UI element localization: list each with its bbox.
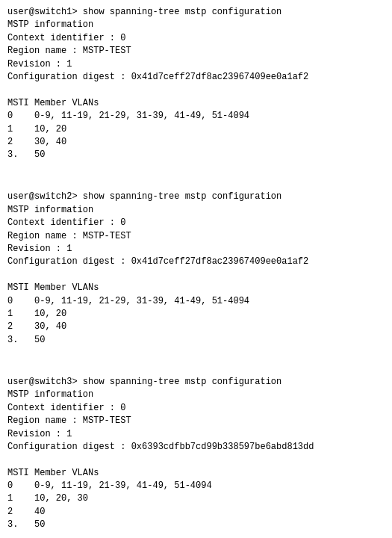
msti-row: 3. 50: [7, 334, 385, 347]
switch-block-switch2: user@switch2> show spanning-tree mstp co…: [7, 191, 385, 372]
terminal-line: Region name : MSTP-TEST: [7, 45, 385, 58]
msti-header: MSTI Member VLANs: [7, 97, 385, 110]
msti-header: MSTI Member VLANs: [7, 282, 385, 294]
blank-line: [7, 175, 385, 188]
blank-line: [7, 454, 385, 466]
terminal-line: MSTP information: [7, 19, 385, 31]
terminal-line: Context identifier : 0: [7, 402, 385, 415]
terminal-line: MSTP information: [7, 389, 385, 401]
terminal-line: Configuration digest : 0x41d7ceff27df8ac…: [7, 71, 385, 84]
msti-row: 1 10, 20: [7, 123, 385, 136]
terminal-line: Context identifier : 0: [7, 217, 385, 229]
msti-row: 2 40: [7, 506, 385, 519]
msti-row: 0 0-9, 11-19, 21-29, 31-39, 41-49, 51-40…: [7, 110, 385, 123]
msti-row: 0 0-9, 11-19, 21-29, 31-39, 41-49, 51-40…: [7, 295, 385, 308]
msti-header: MSTI Member VLANs: [7, 467, 385, 480]
terminal-line: Configuration digest : 0x41d7ceff27df8ac…: [7, 256, 385, 268]
terminal-line: Revision : 1: [7, 243, 385, 256]
terminal-line: Configuration digest : 0x6393cdfbb7cd99b…: [7, 441, 385, 454]
blank-line: [7, 84, 385, 96]
msti-row: 1 10, 20: [7, 308, 385, 321]
terminal-line: Region name : MSTP-TEST: [7, 415, 385, 427]
terminal-line: Context identifier : 0: [7, 32, 385, 45]
switch-block-switch1: user@switch1> show spanning-tree mstp co…: [7, 6, 385, 188]
blank-line: [7, 162, 385, 175]
switch-block-switch3: user@switch3> show spanning-tree mstp co…: [7, 376, 385, 538]
blank-line: [7, 532, 385, 538]
terminal-line: user@switch3> show spanning-tree mstp co…: [7, 376, 385, 389]
msti-row: 3. 50: [7, 519, 385, 531]
blank-line: [7, 347, 385, 359]
terminal-line: user@switch2> show spanning-tree mstp co…: [7, 191, 385, 203]
msti-row: 3. 50: [7, 149, 385, 161]
msti-row: 1 10, 20, 30: [7, 492, 385, 505]
terminal-output: user@switch1> show spanning-tree mstp co…: [7, 6, 385, 538]
msti-row: 2 30, 40: [7, 136, 385, 149]
msti-row: 0 0-9, 11-19, 21-39, 41-49, 51-4094: [7, 480, 385, 492]
terminal-line: Revision : 1: [7, 428, 385, 441]
blank-line: [7, 360, 385, 373]
terminal-line: user@switch1> show spanning-tree mstp co…: [7, 6, 385, 19]
terminal-line: MSTP information: [7, 204, 385, 217]
blank-line: [7, 269, 385, 282]
msti-row: 2 30, 40: [7, 321, 385, 333]
terminal-line: Revision : 1: [7, 58, 385, 71]
terminal-line: Region name : MSTP-TEST: [7, 230, 385, 243]
